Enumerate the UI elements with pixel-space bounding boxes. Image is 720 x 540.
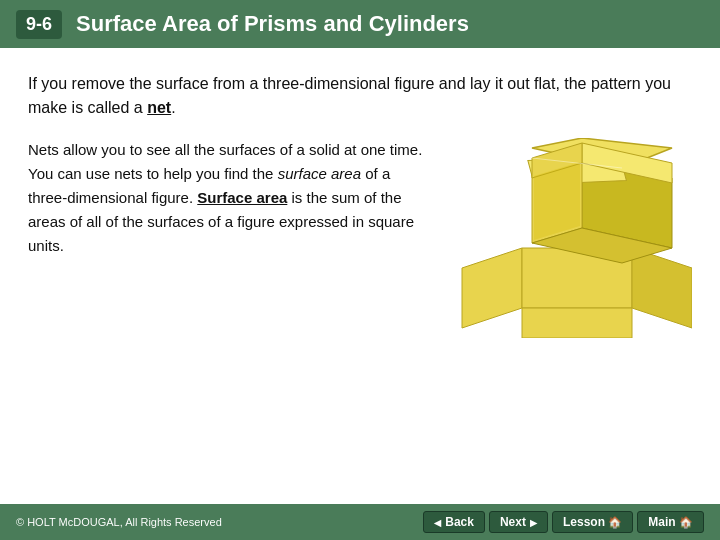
lesson-badge: 9-6 — [16, 10, 62, 39]
lesson-home-icon: 🏠 — [608, 516, 622, 528]
body-text-surface-area: Surface area — [197, 189, 287, 206]
intro-paragraph: If you remove the surface from a three-d… — [28, 72, 692, 120]
next-button[interactable]: Next — [489, 511, 548, 533]
lesson-label: Lesson — [563, 515, 605, 529]
intro-text-after: . — [171, 99, 175, 116]
back-label: Back — [445, 515, 474, 529]
header-title: Surface Area of Prisms and Cylinders — [76, 11, 469, 37]
svg-marker-2 — [632, 248, 692, 328]
next-label: Next — [500, 515, 526, 529]
svg-marker-0 — [462, 248, 522, 328]
footer-buttons: Back Next Lesson 🏠 Main 🏠 — [423, 511, 704, 533]
body-text: Nets allow you to see all the surfaces o… — [28, 138, 432, 258]
main-content: If you remove the surface from a three-d… — [0, 48, 720, 488]
lesson-button[interactable]: Lesson 🏠 — [552, 511, 633, 533]
main-label: Main — [648, 515, 675, 529]
body-text-italic: surface area — [278, 165, 361, 182]
next-arrow-icon — [530, 515, 537, 529]
keyword-net: net — [147, 99, 171, 116]
main-button[interactable]: Main 🏠 — [637, 511, 704, 533]
intro-text-before: If you remove the surface from a three-d… — [28, 75, 671, 116]
header: 9-6 Surface Area of Prisms and Cylinders — [0, 0, 720, 48]
box-svg — [452, 138, 692, 338]
body-section: Nets allow you to see all the surfaces o… — [28, 138, 692, 338]
footer: © HOLT McDOUGAL, All Rights Reserved Bac… — [0, 504, 720, 540]
svg-marker-3 — [522, 308, 632, 338]
back-arrow-icon — [434, 515, 441, 529]
back-button[interactable]: Back — [423, 511, 485, 533]
box-illustration — [452, 138, 692, 338]
copyright-text: © HOLT McDOUGAL, All Rights Reserved — [16, 516, 222, 528]
main-home-icon: 🏠 — [679, 516, 693, 528]
